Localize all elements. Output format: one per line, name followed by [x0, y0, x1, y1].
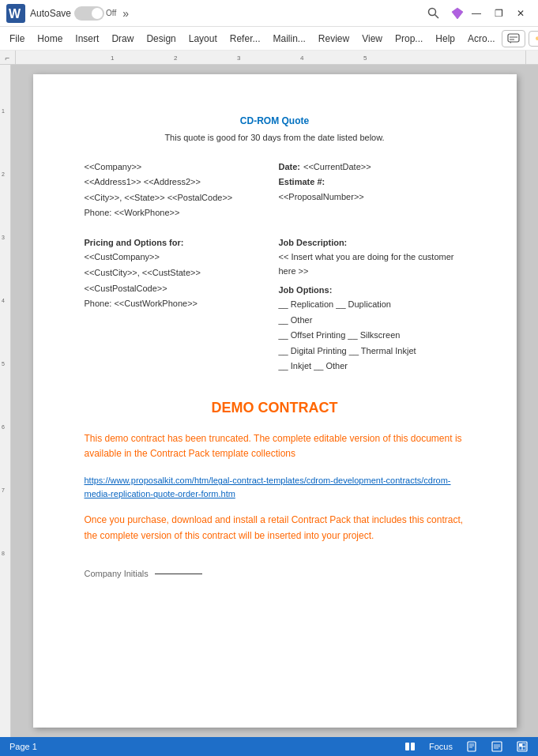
svg-rect-9	[405, 743, 409, 750]
main-area: 1 2 3 4 5 6 7 8 CD-ROM Quote This quote …	[0, 65, 538, 737]
cust-city: <<CustCity>>, <<CustState>>	[85, 266, 271, 280]
svg-rect-11	[468, 742, 476, 751]
comment-icon	[507, 32, 520, 45]
date-label: Date:	[279, 160, 301, 175]
document-page: CD-ROM Quote This quote is good for 30 d…	[33, 74, 517, 728]
job-option-4: __ Digital Printing __ Thermal Inkjet	[279, 344, 465, 359]
read-mode-icon	[404, 741, 416, 752]
premium-icon[interactable]	[450, 6, 465, 21]
date-row: Date: <<CurrentDate>>	[279, 160, 465, 175]
ruler-tab-left[interactable]: ⌐	[0, 51, 16, 65]
menu-mailings[interactable]: Mailin...	[266, 30, 311, 47]
address-field: <<Address1>> <<Address2>>	[85, 175, 271, 190]
initials-underline	[155, 574, 202, 574]
ruler-mark-2: 2	[174, 55, 177, 62]
v-ruler-mark-1: 1	[2, 108, 5, 114]
menu-file[interactable]: File	[3, 30, 31, 47]
document-subtitle: This quote is good for 30 days from the …	[85, 131, 465, 145]
comment-button[interactable]	[502, 30, 525, 47]
document-header-grid: <<Company>> <<Address1>> <<Address2>> <<…	[85, 160, 465, 220]
cust-company: <<CustCompany>>	[85, 250, 271, 265]
autosave-label: AutoSave	[30, 8, 71, 19]
menu-help[interactable]: Help	[429, 30, 461, 47]
document-details-grid: Pricing and Options for: <<CustCompany>>…	[85, 236, 465, 374]
city-state-field: <<City>>, <<State>> <<PostalCode>>	[85, 191, 271, 205]
v-ruler-mark-8: 8	[2, 551, 5, 556]
status-icon-4[interactable]	[516, 740, 529, 753]
v-ruler-mark-3: 3	[2, 235, 5, 240]
date-value: <<CurrentDate>>	[303, 160, 371, 175]
pricing-column: Pricing and Options for: <<CustCompany>>…	[85, 236, 271, 374]
close-button[interactable]: ✕	[510, 2, 532, 24]
svg-line-3	[435, 14, 439, 18]
status-icon-3[interactable]	[491, 740, 503, 753]
cust-phone: Phone: <<CustWorkPhone>>	[85, 297, 271, 311]
svg-rect-23	[522, 747, 525, 750]
pricing-header: Pricing and Options for:	[85, 236, 271, 250]
status-icon-1[interactable]	[404, 740, 416, 753]
purchase-text: Once you purchase, download and install …	[85, 513, 465, 543]
demo-contract-title: DEMO CONTRACT	[85, 397, 465, 419]
autosave-toggle[interactable]	[74, 6, 104, 21]
ruler-mark-5: 5	[363, 55, 367, 62]
menu-acrobat[interactable]: Acro...	[461, 30, 502, 47]
toggle-knob	[92, 8, 103, 19]
job-option-3: __ Offset Printing __ Silkscreen	[279, 329, 465, 343]
ruler-tab-right[interactable]	[525, 51, 538, 65]
menu-design[interactable]: Design	[140, 30, 182, 47]
status-bar: Page 1 Focus	[0, 737, 538, 756]
minimize-button[interactable]: —	[465, 2, 487, 24]
web-layout-icon	[491, 741, 502, 752]
menu-review[interactable]: Review	[312, 30, 356, 47]
menu-home[interactable]: Home	[31, 30, 69, 47]
print-layout-icon	[466, 741, 477, 752]
phone-field: Phone: <<WorkPhone>>	[85, 206, 271, 220]
svg-rect-21	[522, 743, 525, 747]
page-number: Page 1	[9, 742, 37, 751]
job-option-2: __ Other	[279, 314, 465, 328]
word-logo: W	[6, 4, 25, 23]
company-field: <<Company>>	[85, 160, 271, 175]
search-button[interactable]	[424, 4, 443, 23]
svg-text:W: W	[9, 7, 21, 21]
estimate-label: Estimate #:	[279, 175, 465, 189]
svg-point-2	[429, 8, 436, 15]
focus-label[interactable]: Focus	[429, 742, 453, 751]
document-area[interactable]: CD-ROM Quote This quote is good for 30 d…	[11, 65, 538, 737]
document-title: CD-ROM Quote	[85, 114, 465, 128]
proposal-number: <<ProposalNumber>>	[279, 190, 465, 205]
svg-rect-10	[411, 743, 415, 750]
toggle-state: Off	[106, 9, 116, 17]
horizontal-ruler: ⌐ 1 2 3 4 5	[0, 51, 538, 65]
job-option-1: __ Replication __ Duplication	[279, 298, 465, 312]
ruler-mark-1: 1	[111, 55, 114, 62]
ruler-mark-4: 4	[300, 55, 303, 62]
right-column-date: Date: <<CurrentDate>> Estimate #: <<Prop…	[279, 160, 465, 220]
v-ruler-mark-4: 4	[2, 298, 5, 303]
diamond-icon	[450, 6, 465, 21]
expand-icon[interactable]: »	[122, 7, 129, 20]
menu-insert[interactable]: Insert	[69, 30, 105, 47]
job-desc-label: Job Description:	[279, 236, 465, 250]
status-icon-2[interactable]	[465, 740, 478, 753]
initials-line: Company Initials	[85, 567, 465, 581]
job-option-5: __ Inkjet __ Other	[279, 359, 465, 374]
menu-proofing[interactable]: Prop...	[389, 30, 429, 47]
menu-layout[interactable]: Layout	[182, 30, 224, 47]
job-options-label: Job Options:	[279, 284, 465, 297]
search-icon	[427, 7, 440, 20]
v-ruler-mark-7: 7	[2, 487, 5, 493]
v-ruler-mark-5: 5	[2, 361, 5, 367]
menu-references[interactable]: Refer...	[224, 30, 267, 47]
menu-view[interactable]: View	[356, 30, 389, 47]
demo-contract-link[interactable]: https://www.proposalkit.com/htm/legal-co…	[85, 474, 465, 500]
job-desc-value: << Insert what you are doing for the cus…	[279, 250, 465, 278]
vertical-ruler: 1 2 3 4 5 6 7 8	[0, 65, 11, 737]
editing-button[interactable]: ✏ Editing ▾	[529, 31, 538, 47]
cust-postal: <<CustPostalCode>>	[85, 282, 271, 296]
restore-button[interactable]: ❐	[487, 2, 510, 24]
svg-rect-20	[519, 743, 522, 747]
menu-draw[interactable]: Draw	[105, 30, 140, 47]
title-bar: W AutoSave Off » — ❐ ✕	[0, 0, 538, 27]
ruler-mark-3: 3	[237, 55, 240, 62]
